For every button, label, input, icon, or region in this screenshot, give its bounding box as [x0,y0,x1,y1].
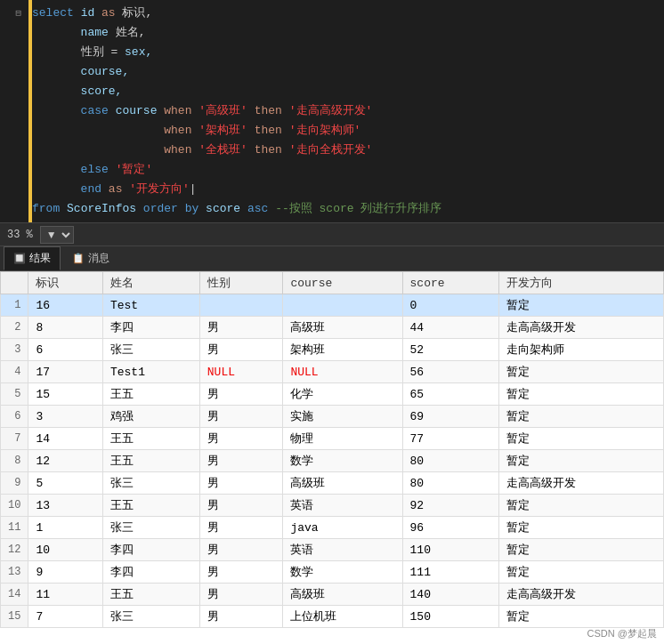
table-row[interactable]: 1013王五男英语92暂定 [1,495,664,517]
header-xingbie: 性别 [199,272,283,294]
code-line-5: score, [0,82,664,101]
table-cell: 111 [402,561,499,584]
table-cell: 男 [199,472,283,495]
table-cell: 13 [28,495,103,517]
id-scoreinfos: ScoreInfos [67,202,136,215]
kw-then-3: then [255,143,282,157]
table-cell: 暂定 [499,561,664,584]
cell-rownum: 4 [1,361,28,383]
kw-case: case [81,104,109,117]
table-cell: 张三 [102,606,199,628]
table-cell: 15 [28,383,103,406]
id-course-2: course [116,104,158,117]
code-editor: ⊟ select id as 标识, name 姓名, 性别 = sex, co… [0,0,664,223]
header-score: score [402,272,499,294]
table-row[interactable]: 417Test1NULLNULL56暂定 [1,361,664,383]
line-content-2: name 姓名, [28,23,657,43]
line-content-9: else '暂定' [28,160,657,180]
table-cell: 暂定 [499,517,664,539]
zoom-value: 33 % [7,229,33,241]
kw-asc: asc [247,202,268,215]
table-row[interactable]: 63鸡强男实施69暂定 [1,406,664,428]
table-row[interactable]: 714王五男物理77暂定 [1,428,664,450]
table-cell: 男 [199,606,283,628]
tab-results[interactable]: 🔲 结果 [4,246,61,270]
table-row[interactable]: 116Test0暂定 [1,294,664,317]
cell-rownum: 6 [1,406,28,428]
kw-end: end [81,182,101,196]
table-row[interactable]: 1411王五男高级班140走高高级开发 [1,584,664,606]
cell-rownum: 13 [1,561,28,584]
cursor: | [190,182,197,196]
table-cell: 数学 [283,450,402,472]
table-row[interactable]: 95张三男高级班80走高高级开发 [1,472,664,495]
kw-as-2: as [109,182,123,196]
table-cell: 王五 [102,495,199,517]
code-line-10: end as '开发方向'| [0,180,664,199]
cell-rownum: 10 [1,495,28,517]
table-cell: 5 [28,472,103,495]
table-cell: 男 [199,383,283,406]
table-cell: 男 [199,539,283,561]
comment-1: --按照 score 列进行升序排序 [275,202,441,215]
tab-results-label: 结果 [29,251,51,266]
line-content-5: score, [28,82,657,101]
table-cell: 16 [28,294,103,317]
cell-rownum: 12 [1,539,28,561]
label-xingming: 姓名, [116,26,146,39]
header-course: course [283,272,402,294]
table-row[interactable]: 36张三男架构班52走向架构师 [1,339,664,361]
table-cell: 男 [199,584,283,606]
table-row[interactable]: 515王五男化学65暂定 [1,383,664,406]
table-row[interactable]: 812王五男数学80暂定 [1,450,664,472]
header-rownum [1,272,28,294]
table-cell: java [283,517,402,539]
zoom-select[interactable]: ▼ [40,226,74,244]
table-cell: 暂定 [499,606,664,628]
code-line-9: else '暂定' [0,160,664,180]
tab-messages[interactable]: 📋 消息 [62,246,119,270]
table-cell: Test1 [102,361,199,383]
kw-from: from [32,202,60,215]
str-zouquanzhan: '走向全栈开发' [289,143,373,157]
table-cell: 架构班 [283,339,402,361]
table-cell: 暂定 [499,294,664,317]
line-content-3: 性别 = sex, [28,43,657,62]
table-cell: 92 [402,495,499,517]
code-line-4: course, [0,62,664,82]
collapse-icon-1[interactable]: ⊟ [15,4,21,23]
line-content-8: when '全栈班' then '走向全栈开发' [28,141,657,160]
table-row[interactable]: 157张三男上位机班150暂定 [1,606,664,628]
table-cell: 56 [402,361,499,383]
table-cell: 走高高级开发 [499,584,664,606]
table-row[interactable]: 111张三男java96暂定 [1,517,664,539]
str-gaoji: '高级班' [198,104,247,117]
table-row[interactable]: 1210李四男英语110暂定 [1,539,664,561]
table-cell: 王五 [102,383,199,406]
table-cell: 17 [28,361,103,383]
table-cell: 150 [402,606,499,628]
kw-select: select [32,6,74,20]
table-cell [199,294,283,317]
table-cell: 12 [28,450,103,472]
kw-by: by [185,202,199,215]
table-cell: 7 [28,606,103,628]
table-cell: 10 [28,539,103,561]
table-cell: 实施 [283,406,402,428]
code-line-3: 性别 = sex, [0,43,664,62]
cell-rownum: 2 [1,317,28,339]
table-cell: 走高高级开发 [499,317,664,339]
cell-rownum: 9 [1,472,28,495]
table-header-row: 标识 姓名 性别 course score 开发方向 [1,272,664,294]
cell-rownum: 15 [1,606,28,628]
table-cell: 王五 [102,450,199,472]
table-cell: 暂定 [499,539,664,561]
table-cell: 物理 [283,428,402,450]
messages-icon: 📋 [72,253,85,264]
table-cell: 14 [28,428,103,450]
str-zouxiang: '走向架构师' [289,124,361,137]
table-row[interactable]: 28李四男高级班44走高高级开发 [1,317,664,339]
table-row[interactable]: 139李四男数学111暂定 [1,561,664,584]
table-cell: 8 [28,317,103,339]
tab-messages-label: 消息 [88,251,109,266]
